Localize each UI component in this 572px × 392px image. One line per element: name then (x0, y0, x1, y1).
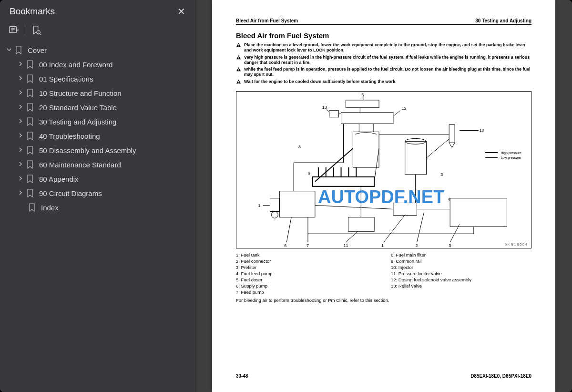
warning-row: Wait for the engine to be cooled down su… (236, 79, 531, 84)
fuel-system-diagram: 5 13 12 8 10 9 1 3 4 6 7 11 1 2 (236, 91, 531, 248)
svg-line-6 (40, 33, 41, 35)
tree-item[interactable]: 01 Specifications (3, 72, 190, 86)
warning-icon (236, 79, 241, 84)
chevron-right-icon[interactable] (16, 133, 25, 139)
chevron-right-icon[interactable] (16, 90, 25, 96)
tree-label: 30 Testing and Adjusting (39, 118, 116, 126)
bookmark-icon (27, 132, 34, 140)
tree-item[interactable]: 90 Circuit Diagrams (3, 186, 190, 200)
warning-text: Place the machine on a level ground, low… (244, 42, 531, 53)
legend-item: 1: Fuel tank (236, 252, 377, 258)
chevron-right-icon[interactable] (16, 162, 25, 167)
warning-row: Place the machine on a level ground, low… (236, 42, 531, 53)
svg-line-60 (346, 231, 358, 242)
chevron-right-icon[interactable] (16, 119, 25, 124)
svg-rect-30 (313, 177, 374, 186)
chevron-right-icon[interactable] (16, 190, 25, 196)
diagram-line-legend: High pressure Low pressure (485, 151, 521, 161)
svg-rect-9 (238, 56, 239, 58)
svg-line-61 (384, 215, 405, 242)
tree-label: 40 Troubleshooting (39, 132, 100, 140)
tree-label: 50 Disassembly and Assembly (39, 146, 136, 155)
tree-item[interactable]: 10 Structure and Function (3, 86, 190, 100)
svg-rect-7 (238, 44, 239, 46)
svg-rect-15 (346, 100, 379, 108)
tree-label: 00 Index and Foreword (39, 61, 112, 69)
tree-item[interactable]: 40 Troubleshooting (3, 129, 190, 143)
tree-item[interactable]: 60 Maintenance Standard (3, 157, 190, 172)
outline-options-icon[interactable] (9, 25, 19, 35)
pdf-viewer[interactable]: AUTOPDF.NET Bleed Air from Fuel System 3… (195, 0, 572, 392)
tree-item[interactable]: 20 Standard Value Table (3, 100, 190, 114)
bookmark-icon (15, 46, 23, 54)
tree-item[interactable]: 00 Index and Foreword (3, 57, 190, 72)
chevron-right-icon[interactable] (16, 147, 25, 153)
bookmark-icon (27, 74, 34, 83)
svg-rect-16 (341, 112, 393, 124)
svg-line-51 (315, 205, 393, 209)
bookmark-icon (29, 203, 36, 212)
tree-label: 01 Specifications (39, 75, 93, 83)
svg-line-58 (286, 217, 291, 242)
bookmark-icon (27, 160, 34, 169)
legend-item: 10: Injector (391, 265, 531, 270)
svg-point-39 (271, 211, 278, 218)
svg-rect-17 (329, 111, 339, 117)
svg-text:4: 4 (448, 196, 450, 201)
tree-item[interactable]: 50 Disassembly and Assembly (3, 143, 190, 157)
svg-line-22 (393, 111, 400, 116)
tree-label: 20 Standard Value Table (39, 103, 117, 112)
warning-icon (236, 42, 241, 48)
svg-rect-14 (238, 83, 239, 83)
chevron-right-icon[interactable] (16, 176, 25, 182)
close-icon[interactable]: ✕ (177, 6, 185, 17)
svg-text:5: 5 (361, 93, 364, 97)
svg-rect-10 (238, 58, 239, 59)
warning-text: Very high pressure is generated in the h… (244, 55, 531, 66)
bookmark-icon (27, 146, 34, 155)
svg-text:1: 1 (258, 203, 261, 207)
diagram-id: 6KN18004 (505, 243, 528, 246)
tree-leaf-index[interactable]: Index (3, 200, 190, 215)
legend-item: 7: Feed pump (236, 289, 377, 295)
svg-rect-37 (279, 191, 315, 217)
warning-icon (236, 67, 241, 72)
svg-rect-23 (353, 132, 379, 167)
bookmark-icon (27, 175, 34, 183)
chevron-down-icon[interactable] (5, 47, 13, 53)
legend-item: 11: Pressure limiter valve (391, 271, 531, 276)
svg-point-5 (37, 31, 40, 34)
svg-rect-8 (238, 46, 239, 46)
svg-text:12: 12 (402, 106, 407, 111)
tree-item[interactable]: 80 Appendix (3, 172, 190, 186)
chevron-right-icon[interactable] (16, 104, 25, 110)
parts-legend: 1: Fuel tank8: Fuel main filter 2: Fuel … (236, 252, 531, 295)
pdf-page: Bleed Air from Fuel System 30 Testing an… (212, 0, 555, 392)
svg-line-45 (374, 148, 379, 182)
legend-item: 6: Supply pump (236, 283, 377, 289)
svg-line-62 (417, 212, 424, 242)
svg-text:2: 2 (416, 243, 418, 248)
model-code: D85EXI-18E0, D85PXI-18E0 (470, 373, 531, 379)
bookmark-icon (27, 103, 34, 112)
tree-root-cover[interactable]: Cover (3, 43, 190, 57)
bookmarks-panel: Bookmarks ✕ Cover 00 Index and Fo (0, 0, 195, 392)
warning-icon (236, 55, 241, 60)
svg-text:11: 11 (344, 243, 348, 248)
svg-rect-11 (238, 69, 239, 70)
toolbar-divider (25, 25, 25, 35)
tree-label: 10 Structure and Function (39, 89, 122, 97)
chevron-right-icon[interactable] (16, 76, 25, 82)
svg-rect-43 (348, 217, 374, 231)
svg-text:13: 13 (322, 105, 327, 110)
find-bookmark-icon[interactable] (31, 25, 41, 35)
tree-item[interactable]: 30 Testing and Adjusting (3, 114, 190, 129)
chevron-right-icon[interactable] (16, 62, 25, 67)
warning-text: While the fuel feed pump is in operation… (244, 67, 531, 78)
tree-label: Index (41, 204, 59, 212)
bookmark-icon (27, 89, 34, 97)
svg-text:1: 1 (381, 243, 384, 248)
svg-rect-42 (393, 203, 417, 215)
legend-item: 12: Dosing fuel solenoid valve assembly (391, 277, 531, 282)
legend-note: For bleeding air to perform troubleshoot… (236, 298, 531, 303)
